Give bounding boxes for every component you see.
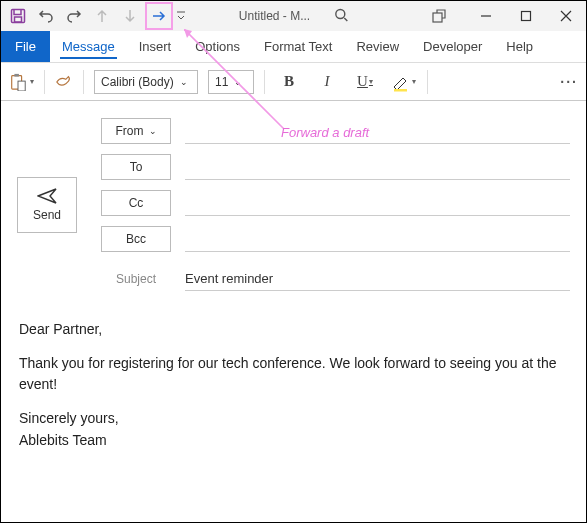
from-button[interactable]: From⌄ [101, 118, 171, 144]
subject-input[interactable] [185, 267, 570, 291]
minimize-button[interactable] [466, 1, 506, 31]
close-button[interactable] [546, 1, 586, 31]
highlighter-button[interactable]: ▾ [389, 69, 417, 95]
tab-file[interactable]: File [1, 31, 50, 62]
outlook-compose-window: Untitled - M... File Message Insert Opti… [0, 0, 587, 523]
to-button[interactable]: To [101, 154, 171, 180]
font-name-value: Calibri (Body) [101, 75, 174, 89]
popout-icon[interactable] [424, 1, 454, 31]
italic-button[interactable]: I [313, 69, 341, 95]
tab-review[interactable]: Review [344, 31, 411, 62]
message-body[interactable]: Dear Partner, Thank you for registering … [1, 305, 586, 478]
forward-icon[interactable] [145, 2, 173, 30]
send-button[interactable]: Send [17, 177, 77, 233]
qat-customize-icon[interactable] [175, 11, 187, 21]
send-label: Send [33, 208, 61, 222]
divider [427, 70, 428, 94]
ribbon-tabs: File Message Insert Options Format Text … [1, 31, 586, 63]
from-field[interactable] [185, 118, 570, 144]
quick-access-toolbar [1, 1, 187, 31]
tab-options[interactable]: Options [183, 31, 252, 62]
body-paragraph: Sincerely yours, [19, 408, 568, 428]
svg-rect-1 [15, 17, 22, 22]
subject-label: Subject [101, 272, 171, 286]
bcc-field[interactable] [185, 226, 570, 252]
svg-rect-7 [18, 81, 25, 91]
format-painter-button[interactable] [55, 73, 73, 91]
window-title: Untitled - M... [239, 9, 310, 23]
redo-icon[interactable] [61, 3, 87, 29]
svg-rect-6 [14, 73, 19, 76]
svg-rect-3 [433, 13, 442, 22]
bcc-button[interactable]: Bcc [101, 226, 171, 252]
divider [44, 70, 45, 94]
search-icon[interactable] [334, 8, 348, 25]
tab-insert[interactable]: Insert [127, 31, 184, 62]
next-item-icon[interactable] [117, 3, 143, 29]
cc-button[interactable]: Cc [101, 190, 171, 216]
bold-button[interactable]: B [275, 69, 303, 95]
window-title-area: Untitled - M... [239, 8, 348, 25]
tab-message[interactable]: Message [50, 31, 127, 62]
maximize-button[interactable] [506, 1, 546, 31]
previous-item-icon[interactable] [89, 3, 115, 29]
svg-rect-8 [394, 89, 407, 92]
to-field[interactable] [185, 154, 570, 180]
body-paragraph: Dear Partner, [19, 319, 568, 339]
tab-format-text[interactable]: Format Text [252, 31, 344, 62]
font-size-select[interactable]: 11 ⌄ [208, 70, 254, 94]
chevron-down-icon: ⌄ [180, 77, 188, 87]
undo-icon[interactable] [33, 3, 59, 29]
svg-rect-4 [522, 12, 531, 21]
message-header: Send From⌄ To Cc [1, 101, 586, 305]
font-name-select[interactable]: Calibri (Body) ⌄ [94, 70, 198, 94]
body-paragraph: Ablebits Team [19, 430, 568, 450]
divider [83, 70, 84, 94]
tab-developer[interactable]: Developer [411, 31, 494, 62]
cc-field[interactable] [185, 190, 570, 216]
paste-button[interactable]: ▾ [9, 73, 34, 91]
window-controls [466, 1, 586, 31]
ribbon-overflow-button[interactable]: ··· [560, 74, 578, 90]
save-icon[interactable] [5, 3, 31, 29]
font-size-value: 11 [215, 75, 228, 89]
title-bar: Untitled - M... [1, 1, 586, 31]
ribbon-commands: ▾ Calibri (Body) ⌄ 11 ⌄ B I U▾ ▾ ··· [1, 63, 586, 101]
body-paragraph: Thank you for registering for our tech c… [19, 353, 568, 394]
underline-button[interactable]: U▾ [351, 69, 379, 95]
svg-point-2 [336, 9, 345, 18]
chevron-down-icon: ⌄ [234, 77, 242, 87]
divider [264, 70, 265, 94]
tab-help[interactable]: Help [494, 31, 545, 62]
